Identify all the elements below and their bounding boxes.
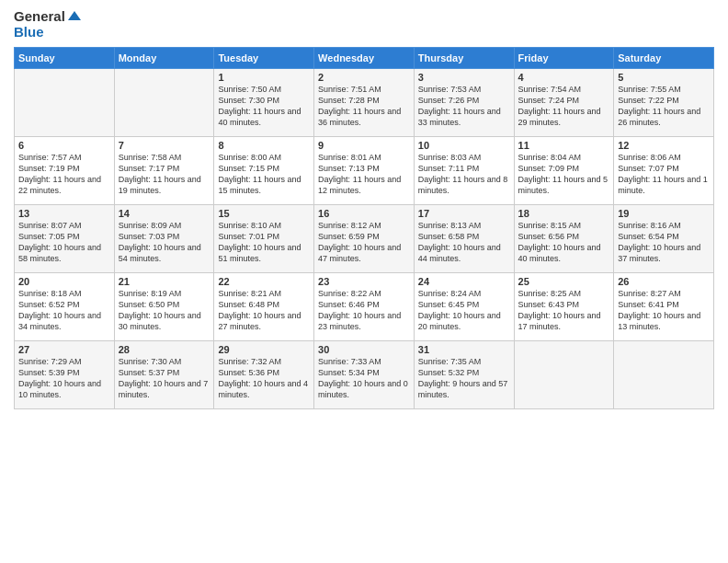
weekday-header-thursday: Thursday [414,48,514,69]
calendar-cell: 22 Sunrise: 8:21 AM Sunset: 6:48 PM Dayl… [214,273,314,341]
day-number: 5 [618,72,710,83]
sunset-text: Sunset: 5:36 PM [218,368,279,377]
daylight-text: Daylight: 11 hours and 12 minutes. [318,175,401,195]
week-row-1: 1 Sunrise: 7:50 AM Sunset: 7:30 PM Dayli… [15,69,714,137]
day-info: Sunrise: 7:55 AM Sunset: 7:22 PM Dayligh… [618,84,710,129]
day-info: Sunrise: 7:53 AM Sunset: 7:26 PM Dayligh… [418,84,510,129]
sunrise-text: Sunrise: 8:22 AM [318,289,381,298]
day-number: 24 [418,276,510,287]
sunset-text: Sunset: 7:24 PM [518,96,580,105]
sunrise-text: Sunrise: 8:13 AM [418,221,482,230]
day-number: 10 [418,140,510,151]
sunrise-text: Sunrise: 7:35 AM [418,357,482,366]
sunset-text: Sunset: 7:26 PM [418,96,480,105]
day-info: Sunrise: 8:24 AM Sunset: 6:45 PM Dayligh… [418,288,510,333]
calendar-cell: 7 Sunrise: 7:58 AM Sunset: 7:17 PM Dayli… [114,137,214,205]
weekday-header-wednesday: Wednesday [314,48,415,69]
calendar-cell: 8 Sunrise: 8:00 AM Sunset: 7:15 PM Dayli… [214,137,314,205]
day-info: Sunrise: 8:19 AM Sunset: 6:50 PM Dayligh… [119,288,210,333]
daylight-text: Daylight: 10 hours and 20 minutes. [418,311,501,331]
sunrise-text: Sunrise: 8:19 AM [119,289,182,298]
calendar-cell: 18 Sunrise: 8:15 AM Sunset: 6:56 PM Dayl… [514,205,614,273]
calendar-page: General Blue SundayMondayTuesdayWednesda… [0,0,728,563]
sunset-text: Sunset: 7:11 PM [418,164,480,173]
daylight-text: Daylight: 10 hours and 51 minutes. [218,243,301,263]
daylight-text: Daylight: 11 hours and 33 minutes. [418,107,501,127]
calendar-cell: 19 Sunrise: 8:16 AM Sunset: 6:54 PM Dayl… [614,205,714,273]
sunrise-text: Sunrise: 8:12 AM [318,221,381,230]
calendar-cell: 3 Sunrise: 7:53 AM Sunset: 7:26 PM Dayli… [414,69,514,137]
day-info: Sunrise: 7:32 AM Sunset: 5:36 PM Dayligh… [218,356,310,401]
day-info: Sunrise: 7:51 AM Sunset: 7:28 PM Dayligh… [318,84,410,129]
sunset-text: Sunset: 6:59 PM [318,232,380,241]
sunset-text: Sunset: 5:34 PM [318,368,380,377]
calendar-cell: 23 Sunrise: 8:22 AM Sunset: 6:46 PM Dayl… [314,273,415,341]
sunset-text: Sunset: 7:13 PM [318,164,380,173]
weekday-header-friday: Friday [514,48,614,69]
day-info: Sunrise: 8:07 AM Sunset: 7:05 PM Dayligh… [18,220,110,265]
day-number: 1 [218,72,310,83]
day-info: Sunrise: 7:33 AM Sunset: 5:34 PM Dayligh… [318,356,410,401]
sunrise-text: Sunrise: 7:30 AM [119,357,182,366]
calendar-cell: 6 Sunrise: 7:57 AM Sunset: 7:19 PM Dayli… [15,137,115,205]
day-info: Sunrise: 7:29 AM Sunset: 5:39 PM Dayligh… [18,356,110,401]
sunrise-text: Sunrise: 8:01 AM [318,153,381,162]
day-info: Sunrise: 8:03 AM Sunset: 7:11 PM Dayligh… [418,152,510,197]
day-number: 20 [18,276,110,287]
calendar-cell: 15 Sunrise: 8:10 AM Sunset: 7:01 PM Dayl… [214,205,314,273]
calendar-cell: 2 Sunrise: 7:51 AM Sunset: 7:28 PM Dayli… [314,69,415,137]
day-info: Sunrise: 8:25 AM Sunset: 6:43 PM Dayligh… [518,288,610,333]
sunrise-text: Sunrise: 8:03 AM [418,153,482,162]
daylight-text: Daylight: 10 hours and 40 minutes. [518,243,601,263]
daylight-text: Daylight: 9 hours and 57 minutes. [418,379,508,399]
day-number: 6 [18,140,110,151]
sunrise-text: Sunrise: 8:16 AM [618,221,681,230]
day-info: Sunrise: 8:00 AM Sunset: 7:15 PM Dayligh… [218,152,310,197]
day-number: 15 [218,208,310,219]
sunset-text: Sunset: 5:32 PM [418,368,480,377]
day-info: Sunrise: 8:22 AM Sunset: 6:46 PM Dayligh… [318,288,410,333]
sunset-text: Sunset: 7:09 PM [518,164,580,173]
daylight-text: Daylight: 11 hours and 5 minutes. [518,175,609,195]
day-info: Sunrise: 7:35 AM Sunset: 5:32 PM Dayligh… [418,356,510,401]
sunset-text: Sunset: 6:48 PM [218,300,279,309]
sunrise-text: Sunrise: 8:25 AM [518,289,582,298]
daylight-text: Daylight: 10 hours and 27 minutes. [218,311,301,331]
weekday-header-sunday: Sunday [15,48,115,69]
calendar-cell: 16 Sunrise: 8:12 AM Sunset: 6:59 PM Dayl… [314,205,415,273]
day-info: Sunrise: 8:27 AM Sunset: 6:41 PM Dayligh… [618,288,710,333]
day-info: Sunrise: 8:09 AM Sunset: 7:03 PM Dayligh… [119,220,210,265]
day-info: Sunrise: 7:50 AM Sunset: 7:30 PM Dayligh… [218,84,310,129]
sunset-text: Sunset: 7:01 PM [218,232,279,241]
sunset-text: Sunset: 7:22 PM [618,96,679,105]
sunrise-text: Sunrise: 8:15 AM [518,221,582,230]
day-info: Sunrise: 8:12 AM Sunset: 6:59 PM Dayligh… [318,220,410,265]
calendar-cell: 5 Sunrise: 7:55 AM Sunset: 7:22 PM Dayli… [614,69,714,137]
sunrise-text: Sunrise: 8:06 AM [618,153,681,162]
calendar-cell: 30 Sunrise: 7:33 AM Sunset: 5:34 PM Dayl… [314,341,415,409]
sunset-text: Sunset: 6:43 PM [518,300,580,309]
sunset-text: Sunset: 6:45 PM [418,300,480,309]
logo-text: General Blue [14,9,81,40]
day-info: Sunrise: 8:21 AM Sunset: 6:48 PM Dayligh… [218,288,310,333]
sunrise-text: Sunrise: 8:00 AM [218,153,281,162]
sunrise-text: Sunrise: 8:09 AM [119,221,182,230]
day-info: Sunrise: 8:01 AM Sunset: 7:13 PM Dayligh… [318,152,410,197]
daylight-text: Daylight: 11 hours and 36 minutes. [318,107,401,127]
sunrise-text: Sunrise: 7:33 AM [318,357,381,366]
calendar-cell: 1 Sunrise: 7:50 AM Sunset: 7:30 PM Dayli… [214,69,314,137]
daylight-text: Daylight: 10 hours and 34 minutes. [18,311,101,331]
calendar-cell: 26 Sunrise: 8:27 AM Sunset: 6:41 PM Dayl… [614,273,714,341]
day-number: 30 [318,344,410,355]
daylight-text: Daylight: 10 hours and 7 minutes. [119,379,209,399]
day-number: 12 [618,140,710,151]
calendar-cell [15,69,115,137]
weekday-header-row: SundayMondayTuesdayWednesdayThursdayFrid… [15,48,714,69]
sunrise-text: Sunrise: 7:55 AM [618,85,681,94]
daylight-text: Daylight: 10 hours and 4 minutes. [218,379,308,399]
daylight-text: Daylight: 10 hours and 54 minutes. [119,243,201,263]
calendar-cell: 13 Sunrise: 8:07 AM Sunset: 7:05 PM Dayl… [15,205,115,273]
day-number: 28 [119,344,210,355]
daylight-text: Daylight: 11 hours and 15 minutes. [218,175,301,195]
day-number: 3 [418,72,510,83]
